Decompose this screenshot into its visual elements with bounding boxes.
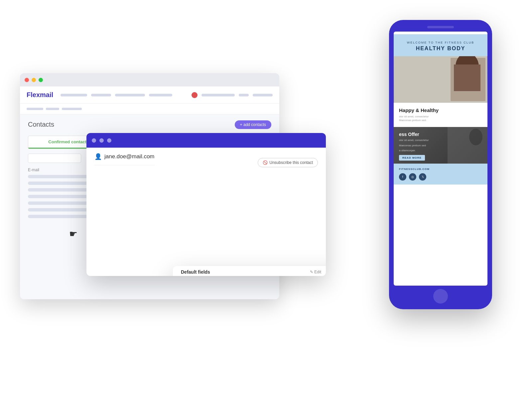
phone-screen: WELCOME TO THE FITNESS CLUB HEALTHY BODY — [394, 32, 487, 286]
nav-pill-5 — [201, 94, 235, 96]
contact-detail-window: 👤 jane.doe@mail.com 🚫 Unsubscribe this c… — [86, 133, 326, 276]
email-offer-body2: Maecenas pretium sed — [399, 144, 482, 147]
contact-email-display: 👤 jane.doe@mail.com — [94, 153, 155, 165]
contact-email-value: jane.doe@mail.com — [104, 153, 155, 160]
edit-default-fields-button[interactable]: ✎ Edit — [310, 270, 321, 274]
default-fields-section-header: Default fields ✎ Edit — [181, 269, 321, 276]
window-back-titlebar — [20, 73, 279, 86]
email-headline: HEALTHY BODY — [399, 46, 482, 52]
contacts-search-input[interactable] — [28, 154, 81, 163]
email-offer-body3: a ullamcorper. — [399, 149, 482, 152]
dot-red[interactable] — [25, 78, 29, 82]
subbar — [20, 104, 279, 114]
facebook-icon[interactable]: f — [399, 173, 406, 181]
subbar-pill-2 — [46, 108, 59, 110]
email-hero-image — [394, 56, 487, 103]
unsubscribe-icon: 🚫 — [263, 160, 268, 165]
contacts-page-title: Contacts — [28, 121, 54, 128]
dot-1[interactable] — [92, 138, 96, 143]
read-more-button[interactable]: READ MORE — [399, 155, 425, 161]
email-happy-title: Happy & Healthy — [399, 107, 482, 113]
dot-green[interactable] — [39, 78, 43, 82]
scene: Flexmail Contacts + add contacts Confirm… — [0, 0, 532, 399]
email-top-bar — [412, 32, 468, 34]
contact-header-area: 👤 jane.doe@mail.com 🚫 Unsubscribe this c… — [86, 148, 326, 172]
email-offer-body1: olor sit amet, consectetur — [399, 138, 482, 142]
email-footer: FITNESSCLUB.COM f ◎ 𝕏 — [394, 164, 487, 185]
website-label: FITNESSCLUB.COM — [399, 168, 482, 171]
flexmail-logo: Flexmail — [27, 91, 53, 99]
phone-speaker — [427, 26, 454, 28]
topbar: Flexmail — [20, 86, 279, 104]
nav-pill-1 — [61, 94, 87, 96]
unsubscribe-button[interactable]: 🚫 Unsubscribe this contact — [258, 158, 318, 167]
contact-header-row: 👤 jane.doe@mail.com 🚫 Unsubscribe this c… — [94, 153, 318, 172]
svg-rect-3 — [454, 65, 480, 91]
email-preview-header: WELCOME TO THE FITNESS CLUB HEALTHY BODY — [394, 34, 487, 56]
default-fields-label: Default fields — [181, 269, 210, 275]
nav-pill-2 — [91, 94, 111, 96]
unsubscribe-label: Unsubscribe this contact — [269, 160, 313, 165]
nav-pill-6 — [239, 94, 249, 96]
email-offer-title: ess Offer — [399, 132, 482, 137]
contact-left-panel: Default fields ✎ Edit Email address jane… — [181, 269, 321, 276]
dot-3[interactable] — [107, 138, 111, 143]
hero-svg — [394, 56, 487, 103]
topbar-circle — [192, 92, 198, 98]
subbar-pill-3 — [62, 108, 82, 110]
dot-yellow[interactable] — [32, 78, 36, 82]
social-icons: f ◎ 𝕏 — [399, 173, 482, 181]
dot-2[interactable] — [99, 138, 104, 143]
email-happy-section: Happy & Healthy olor sit amet, consectet… — [394, 103, 487, 127]
email-happy-body1: olor sit amet, consectetur — [399, 115, 482, 118]
add-contacts-button[interactable]: + add contacts — [235, 120, 271, 129]
contact-body: Default fields ✎ Edit Email address jane… — [173, 266, 326, 276]
phone-mockup: WELCOME TO THE FITNESS CLUB HEALTHY BODY — [389, 20, 492, 309]
email-welcome-text: WELCOME TO THE FITNESS CLUB — [399, 41, 482, 44]
email-happy-body2: Maecenas pretium sed. — [399, 118, 482, 122]
instagram-icon[interactable]: ◎ — [409, 173, 416, 181]
subbar-pill-1 — [27, 108, 43, 110]
email-offer-section: ess Offer olor sit amet, consectetur Mae… — [394, 127, 487, 164]
window-mid-titlebar — [86, 133, 326, 148]
nav-pill-3 — [115, 94, 145, 96]
nav-pill-7 — [253, 94, 273, 96]
nav-pill-4 — [149, 94, 172, 96]
person-icon: 👤 — [94, 153, 102, 160]
phone-home-button[interactable] — [433, 289, 448, 304]
phone-shell: WELCOME TO THE FITNESS CLUB HEALTHY BODY — [389, 20, 492, 309]
twitter-icon[interactable]: 𝕏 — [419, 173, 426, 181]
cursor-pointer-icon: ☛ — [69, 228, 77, 239]
